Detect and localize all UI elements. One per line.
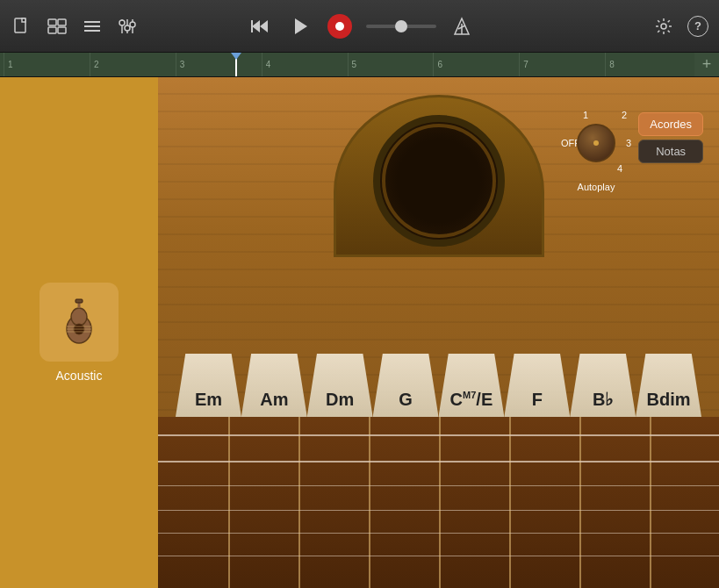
timeline-region: [0, 53, 719, 76]
toolbar-center: [247, 13, 473, 39]
chord-f-label: F: [532, 391, 543, 408]
svg-rect-4: [48, 27, 56, 33]
svg-point-13: [125, 25, 130, 31]
autoplay-control[interactable]: OFF 1 2 3 4 Autoplay: [561, 108, 631, 192]
chord-am-label: Am: [260, 391, 288, 408]
new-document-icon[interactable]: [11, 15, 33, 38]
svg-point-12: [119, 20, 125, 25]
volume-knob: [395, 20, 407, 32]
string-2: [158, 461, 719, 463]
fret-1: [228, 417, 230, 588]
fretboard[interactable]: [158, 417, 719, 588]
autoplay-label: Autoplay: [578, 182, 615, 192]
chord-am[interactable]: Am: [241, 354, 307, 417]
chord-row: Em Am Dm G CM7/E F B♭ Bdim: [158, 354, 719, 417]
play-button[interactable]: [287, 13, 313, 39]
svg-rect-1: [22, 18, 25, 22]
fret-6: [579, 417, 581, 588]
svg-rect-5: [58, 27, 66, 33]
rewind-button[interactable]: [247, 13, 273, 39]
mixer-icon[interactable]: [116, 15, 139, 38]
string-5: [158, 533, 719, 534]
svg-marker-15: [252, 20, 260, 32]
autoplay-4-label: 4: [617, 163, 622, 174]
chord-bb[interactable]: B♭: [570, 354, 636, 417]
svg-point-19: [335, 22, 344, 31]
chord-em-label: Em: [195, 391, 222, 408]
metronome-icon[interactable]: [450, 15, 473, 38]
settings-icon[interactable]: [652, 15, 675, 38]
chord-bdim-label: Bdim: [647, 391, 691, 408]
guitar-area[interactable]: OFF 1 2 3 4 Autoplay Acordes Notas Em Am: [158, 77, 719, 588]
autoplay-2-label: 2: [622, 110, 627, 120]
string-4: [158, 510, 719, 511]
fret-4: [439, 417, 441, 588]
record-button[interactable]: [327, 14, 352, 39]
svg-rect-17: [251, 20, 253, 32]
svg-point-25: [71, 308, 87, 326]
chord-g-label: G: [399, 391, 413, 408]
guitar-arch: [334, 95, 544, 257]
chord-dm-label: Dm: [326, 391, 354, 408]
svg-marker-16: [260, 20, 268, 32]
toolbar-right: ?: [652, 15, 708, 38]
svg-marker-18: [295, 18, 307, 34]
autoplay-3-label: 3: [626, 138, 631, 148]
fret-7: [650, 417, 651, 588]
track-header[interactable]: Acoustic: [0, 77, 158, 588]
chord-bb-label: B♭: [593, 391, 613, 408]
svg-point-14: [130, 22, 135, 27]
svg-rect-2: [48, 19, 56, 25]
string-6: [158, 556, 719, 556]
autoplay-1-label: 1: [583, 110, 588, 120]
main-area: Acoustic OFF 1 2 3 4: [0, 77, 719, 588]
string-3: [158, 485, 719, 486]
chord-cm7e-label: CM7/E: [450, 391, 493, 408]
volume-slider[interactable]: [366, 25, 436, 28]
svg-point-23: [661, 24, 666, 29]
help-icon[interactable]: ?: [687, 16, 708, 37]
track-name-label: Acoustic: [56, 369, 103, 383]
fret-3: [369, 417, 370, 588]
track-view-icon[interactable]: [46, 15, 68, 38]
toolbar-left: [11, 15, 139, 38]
chord-dm[interactable]: Dm: [307, 354, 373, 417]
soundhole-detail: [382, 124, 496, 238]
toolbar: ?: [0, 0, 719, 53]
acordes-button[interactable]: Acordes: [638, 112, 703, 136]
fret-2: [298, 417, 300, 588]
autoplay-knob-container: OFF 1 2 3 4: [561, 108, 631, 178]
soundhole-ring: [373, 115, 505, 247]
mode-buttons: Acordes Notas: [638, 112, 703, 163]
chord-cm7e[interactable]: CM7/E: [439, 354, 505, 417]
instrument-icon: [40, 283, 119, 362]
string-1: [158, 434, 719, 436]
guitar-body: [298, 95, 579, 270]
fret-5: [509, 417, 511, 588]
playhead[interactable]: [235, 53, 237, 76]
chord-f[interactable]: F: [504, 354, 570, 417]
chord-g[interactable]: G: [373, 354, 439, 417]
svg-rect-3: [58, 19, 66, 25]
timeline[interactable]: 1 2 3 4 5 6 7 8 +: [0, 53, 719, 77]
autoplay-knob[interactable]: [577, 124, 615, 162]
chord-bdim[interactable]: Bdim: [636, 354, 701, 417]
chord-em[interactable]: Em: [176, 354, 241, 417]
notas-button[interactable]: Notas: [638, 140, 703, 163]
svg-rect-28: [75, 299, 83, 303]
list-view-icon[interactable]: [81, 15, 104, 38]
